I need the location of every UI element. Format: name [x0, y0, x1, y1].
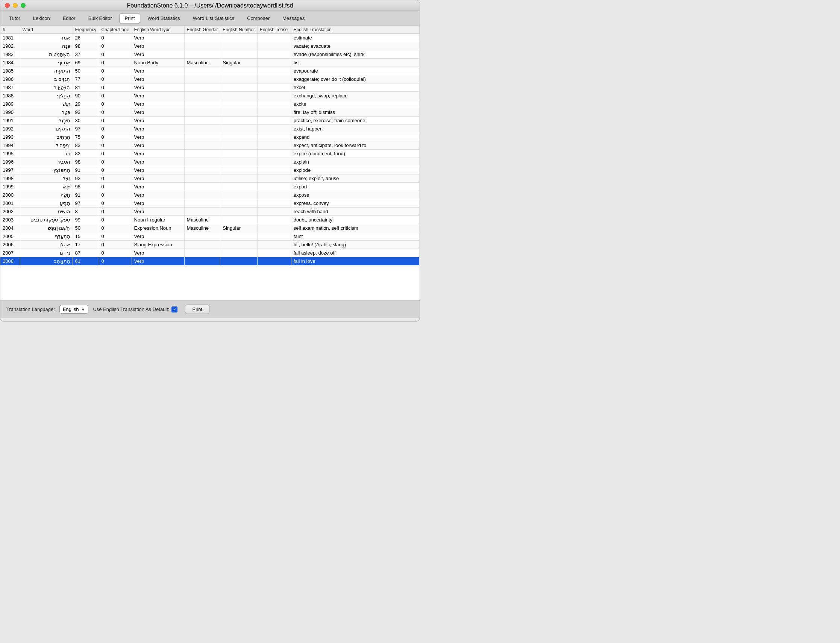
minimize-button[interactable]: [13, 3, 18, 8]
table-row[interactable]: 1990פִּטֵּר930Verbfire, lay off; dismiss: [0, 108, 420, 117]
word-table: # Word Frequency Chapter/Page English Wo…: [0, 26, 420, 266]
table-row[interactable]: 1985הִתְאַדָּה500Verbevapourate: [0, 67, 420, 75]
table-row[interactable]: 1984אֶגְרוֹף690Noun BodyMasculineSingula…: [0, 59, 420, 67]
header-chap: Chapter/Page: [99, 26, 132, 34]
table-row[interactable]: 1994צִיפָּה ל830Verbexpect, anticipate, …: [0, 141, 420, 150]
header-trans: English Translation: [291, 26, 419, 34]
table-row[interactable]: 2002הוֹשִׁיט80Verbreach with hand: [0, 207, 420, 216]
window-controls[interactable]: [5, 3, 26, 8]
table-row[interactable]: 2003סָפֵק; סְפָקוֹת טוֹבִים990Noun Irreg…: [0, 216, 420, 224]
table-row[interactable]: 1983הִשְׁתַּמֵּט מ370Verbevade (responsi…: [0, 51, 420, 59]
word-table-container: # Word Frequency Chapter/Page English Wo…: [0, 26, 420, 300]
header-tense: English Tense: [257, 26, 291, 34]
table-row[interactable]: 1998נִצֵּל920Verbutilise; exploit, abuse: [0, 175, 420, 183]
window-title: FoundationStone 6.1.0 – /Users/ /Downloa…: [127, 2, 293, 9]
table-row[interactable]: 2001הִבִּיעַ970Verbexpress, convey: [0, 199, 420, 207]
table-row[interactable]: 2004חֶשְׁבּוֹן נֶפֶשׁ500Expression NounM…: [0, 224, 420, 232]
header-freq: Frequency: [73, 26, 99, 34]
tab-word-list-statistics[interactable]: Word List Statistics: [187, 13, 240, 23]
tab-word-statistics[interactable]: Word Statistics: [142, 13, 185, 23]
header-number: English Number: [220, 26, 257, 34]
table-row[interactable]: 2007נִרְדַּם870Verbfall asleep, doze off: [0, 249, 420, 257]
tab-composer[interactable]: Composer: [241, 13, 275, 23]
print-button[interactable]: Print: [185, 305, 209, 314]
header-gender: English Gender: [184, 26, 220, 34]
table-row[interactable]: 1992הִתְקַיֵּם970Verbexist, happen: [0, 125, 420, 133]
chevron-down-icon: ▼: [81, 307, 85, 312]
title-bar: FoundationStone 6.1.0 – /Users/ /Downloa…: [0, 0, 420, 11]
table-row[interactable]: 1989רִגֵּשׁ290Verbexcite: [0, 100, 420, 108]
translation-language-label: Translation Language:: [7, 307, 55, 312]
table-row[interactable]: 1996הִסְבִּיר980Verbexplain: [0, 158, 420, 166]
tab-tutor[interactable]: Tutor: [3, 13, 26, 23]
header-wordtype: English WordType: [132, 26, 184, 34]
tab-editor[interactable]: Editor: [57, 13, 81, 23]
use-default-label: Use English Translation As Default:: [93, 307, 169, 312]
table-row[interactable]: 2000חָשַׂף910Verbexpose: [0, 191, 420, 199]
nav-bar: Tutor Lexicon Editor Bulk Editor Print W…: [0, 11, 420, 26]
language-select[interactable]: English ▼: [59, 305, 89, 313]
table-row[interactable]: 1982פִּנָּה980Verbvacate; evacuate: [0, 42, 420, 51]
table-header: # Word Frequency Chapter/Page English Wo…: [0, 26, 420, 34]
tab-messages[interactable]: Messages: [277, 13, 310, 23]
footer-bar: Translation Language: English ▼ Use Engl…: [0, 300, 420, 318]
header-word: Word: [20, 26, 73, 34]
table-row[interactable]: 2008הִתְאַהֵב610Verbfall in love: [0, 257, 420, 266]
table-row[interactable]: 1981אָמַד260Verbestimate: [0, 34, 420, 42]
table-row[interactable]: 1988הֶחֱלִיף900Verbexchange, swap; repla…: [0, 92, 420, 100]
table-row[interactable]: 2005הִתְעַלֵּף150Verbfaint: [0, 232, 420, 241]
table-row[interactable]: 1997הִתְפּוֹצֵץ910Verbexplode: [0, 166, 420, 175]
table-row[interactable]: 1999יִצָּא980Verbexport: [0, 183, 420, 191]
table-row[interactable]: 1987הִצְטַיֵּן ב810Verbexcel: [0, 83, 420, 92]
tab-bulk-editor[interactable]: Bulk Editor: [83, 13, 118, 23]
close-button[interactable]: [5, 3, 10, 8]
table-row[interactable]: 1993הִרְחִיב750Verbexpand: [0, 133, 420, 141]
language-value: English: [63, 307, 79, 312]
table-row[interactable]: 2006אַהְלָן170Slang Expressionhi!, hello…: [0, 241, 420, 249]
tab-print[interactable]: Print: [119, 13, 140, 23]
maximize-button[interactable]: [21, 3, 26, 8]
table-row[interactable]: 1986הִגְזִים ב770Verbexaggerate; over do…: [0, 75, 420, 83]
use-default-area: Use English Translation As Default: ✓: [93, 307, 178, 312]
table-row[interactable]: 1995פָּג820Verbexpire (document, food): [0, 150, 420, 158]
tab-lexicon[interactable]: Lexicon: [28, 13, 55, 23]
table-row[interactable]: 1991תִּירְגֵּל300Verbpractice, exercise;…: [0, 117, 420, 125]
table-body: 1981אָמַד260Verbestimate1982פִּנָּה980Ve…: [0, 34, 420, 266]
header-num: #: [0, 26, 20, 34]
use-default-checkbox[interactable]: ✓: [171, 307, 178, 312]
